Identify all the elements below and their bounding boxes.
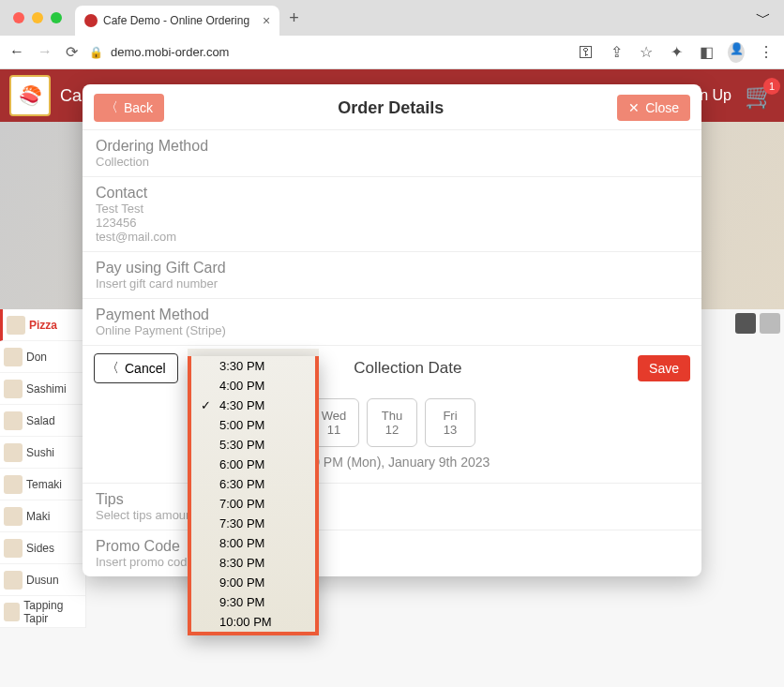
date-picker-row: Wed11Thu12Fri13 [83,398,701,447]
bookmark-icon[interactable]: ☆ [638,43,655,61]
category-sidebar: PizzaDonSashimiSaladSushiTemakiMakiSides… [0,309,86,628]
time-dropdown[interactable]: 3:30 PM4:00 PM4:30 PM5:00 PM5:30 PM6:00 … [188,356,319,635]
order-details-modal: 〈 Back Order Details ✕ Close Ordering Me… [83,84,701,576]
date-num: 13 [444,423,457,437]
ordering-method-value: Collection [96,155,688,169]
tips-value: Select tips amount [96,508,688,522]
time-option[interactable]: 10:00 PM [191,612,315,632]
back-label: Back [124,100,153,115]
category-item[interactable]: Salad [0,405,85,437]
collection-date-heading: Collection Date [354,359,461,378]
category-label: Sushi [26,446,54,459]
panel-icon[interactable]: ◧ [698,43,715,61]
category-icon [4,411,23,430]
category-item[interactable]: Temaki [0,469,85,500]
time-option[interactable]: 8:00 PM [191,533,315,553]
time-option[interactable]: 7:00 PM [191,494,315,514]
category-item[interactable]: Don [0,341,85,373]
category-icon [4,571,23,590]
tab-overflow-icon[interactable]: ﹀ [756,8,771,28]
tab-title: Cafe Demo - Online Ordering [103,14,249,27]
category-icon [4,380,23,398]
time-option[interactable]: 6:30 PM [191,474,315,494]
extensions-icon[interactable]: ✦ [668,43,685,61]
category-item[interactable]: Pizza [0,309,85,341]
key-icon[interactable]: ⚿ [578,44,595,61]
payment-method-value: Online Payment (Stripe) [96,323,688,337]
contact-phone: 123456 [96,216,688,230]
category-label: Don [26,351,47,364]
cart-icon[interactable]: 🛒 1 [745,82,775,111]
save-button[interactable]: Save [638,355,690,381]
cart-badge: 1 [763,78,780,95]
time-option[interactable]: 3:30 PM [191,356,315,376]
category-icon [4,603,20,621]
promo-code-label: Promo Code [96,538,688,555]
time-option[interactable]: 4:30 PM [191,396,315,415]
window-maximize[interactable] [51,12,62,23]
close-button[interactable]: ✕ Close [617,95,690,121]
brand-logo[interactable]: 🍣 [9,75,51,116]
share-icon[interactable]: ⇪ [608,43,625,61]
category-label: Maki [26,510,50,523]
time-option[interactable]: 7:30 PM [191,514,315,533]
category-label: Pizza [29,319,57,332]
category-item[interactable]: Dusun [0,564,85,596]
cancel-button[interactable]: 〈 Cancel [94,353,178,383]
date-option[interactable]: Thu12 [367,398,417,447]
gift-card-label: Pay using Gift Card [96,260,688,276]
cancel-label: Cancel [125,361,166,376]
url-text: demo.mobi-order.com [111,45,229,59]
tab-close-icon[interactable]: × [263,13,270,28]
nav-back-icon[interactable]: ← [9,43,24,61]
category-label: Temaki [26,478,62,491]
header-label: Ca [60,86,82,106]
chevron-left-icon: 〈 [106,360,119,377]
category-icon [4,539,23,558]
category-label: Salad [26,414,55,427]
browser-tab[interactable]: Cafe Demo - Online Ordering × [75,6,279,36]
category-item[interactable]: Sides [0,532,85,564]
category-item[interactable]: Tapping Tapir [0,596,85,628]
category-item[interactable]: Sashimi [0,373,85,405]
lock-icon: 🔒 [89,46,103,59]
category-item[interactable]: Sushi [0,437,85,469]
url-field[interactable]: 🔒 demo.mobi-order.com [89,45,566,59]
time-option[interactable]: 9:30 PM [191,592,315,612]
contact-name: Test Test [96,202,688,216]
nav-reload-icon[interactable]: ⟳ [66,43,78,61]
time-option[interactable]: 4:00 PM [191,376,315,396]
window-close[interactable] [13,12,24,23]
time-option[interactable]: 5:00 PM [191,415,315,435]
category-item[interactable]: Maki [0,500,85,532]
time-option[interactable]: 8:30 PM [191,553,315,573]
category-icon [4,443,23,462]
time-option[interactable]: 5:30 PM [191,435,315,455]
view-list-icon[interactable] [735,313,756,334]
menu-icon[interactable]: ⋮ [758,43,775,61]
save-label: Save [649,361,679,376]
category-icon [7,316,25,335]
new-tab-button[interactable]: + [289,8,299,28]
tips-label: Tips [96,491,688,508]
view-grid-icon[interactable] [760,313,780,334]
contact-label: Contact [96,185,688,202]
category-label: Dusun [26,574,59,587]
close-label: Close [645,100,679,115]
category-icon [4,348,23,366]
time-option[interactable]: 6:00 PM [191,455,315,474]
favicon-icon [84,14,98,27]
chevron-left-icon: 〈 [105,99,118,116]
window-minimize[interactable] [32,12,43,23]
gift-card-value: Insert gift card number [96,276,688,291]
profile-avatar[interactable]: 👤 [728,42,745,63]
category-label: Sides [26,542,54,555]
contact-email: test@mail.com [96,230,688,244]
date-dow: Wed [322,409,347,423]
time-option[interactable]: 9:00 PM [191,573,315,592]
date-option[interactable]: Fri13 [425,398,475,447]
promo-code-value: Insert promo code [96,555,688,569]
date-num: 11 [327,423,340,437]
back-button[interactable]: 〈 Back [94,94,164,122]
category-icon [4,507,23,526]
